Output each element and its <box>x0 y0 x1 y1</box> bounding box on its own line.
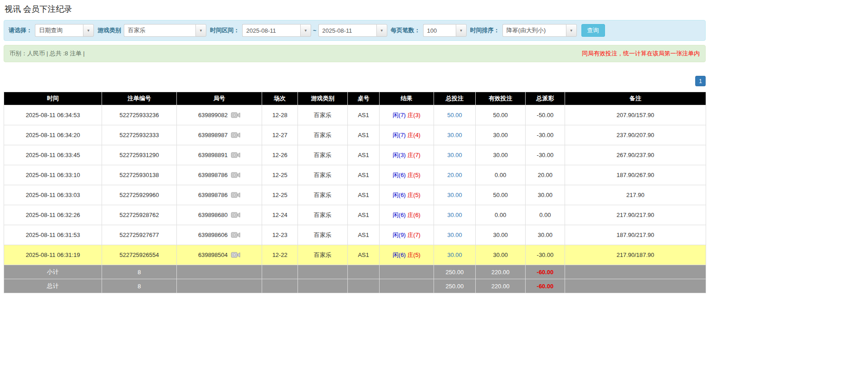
video-replay-icon[interactable] <box>231 211 240 219</box>
remark-cell: 187.90/267.90 <box>565 165 706 185</box>
video-replay-icon[interactable] <box>231 171 240 179</box>
payout-cell: -50.00 <box>526 105 565 125</box>
page-size-dropdown-button[interactable]: ▼ <box>456 24 467 37</box>
subtotal-total-bet: 250.00 <box>434 265 476 279</box>
payout-cell: -30.00 <box>526 245 565 265</box>
total-bet-link[interactable]: 50.00 <box>447 112 462 118</box>
bet-id-cell: 522725930138 <box>102 165 177 185</box>
total-payout: -60.00 <box>526 279 565 293</box>
remark-cell: 217.90/217.90 <box>565 205 706 225</box>
table-row: 2025-08-11 06:31:53 522725927677 6398986… <box>4 225 706 245</box>
col-header-remark: 备注 <box>565 92 706 105</box>
time-sort-combobox: ▼ <box>502 24 577 37</box>
round-id-text: 639899082 <box>198 112 228 118</box>
total-bet-link[interactable]: 30.00 <box>447 132 462 138</box>
remark-cell: 207.90/157.90 <box>565 105 706 125</box>
table-row: 2025-08-11 06:34:20 522725932333 6398989… <box>4 125 706 145</box>
result-cell: 闲(6) 庄(5) <box>380 165 434 185</box>
valid-bet-cell: 30.00 <box>476 245 526 265</box>
round-id-text: 639898504 <box>198 252 228 258</box>
video-replay-icon[interactable] <box>231 131 240 139</box>
chevron-down-icon: ▼ <box>304 29 307 33</box>
time-range-label: 时间区间： <box>210 26 239 35</box>
payout-cell: -30.00 <box>526 125 565 145</box>
date-from-input[interactable] <box>242 24 300 37</box>
pagination: 1 <box>4 76 706 86</box>
total-bet-link[interactable]: 30.00 <box>447 212 462 218</box>
result-banker: 庄(6) <box>407 212 420 218</box>
table-no-cell: AS1 <box>348 205 380 225</box>
session-cell: 12-23 <box>262 225 298 245</box>
bet-id-cell: 522725927677 <box>102 225 177 245</box>
time-cell: 2025-08-11 06:34:53 <box>4 105 102 125</box>
select-type-combobox: ▼ <box>35 24 94 37</box>
result-banker: 庄(3) <box>407 112 420 118</box>
video-replay-icon[interactable] <box>231 231 240 239</box>
summary-bar: 币别：人民币 | 总共 :8 注单 | 同局有效投注，统一计算在该局第一张注单内 <box>4 45 706 62</box>
video-replay-icon[interactable] <box>231 151 240 159</box>
total-count: 8 <box>102 279 177 293</box>
round-id-cell: 639898987 <box>177 125 262 145</box>
table-header: 时间 注单编号 局号 场次 游戏类别 桌号 结果 总投注 有效投注 总派彩 备注 <box>4 92 706 105</box>
col-header-valid-bet: 有效投注 <box>476 92 526 105</box>
date-to-input[interactable] <box>318 24 376 37</box>
table-no-cell: AS1 <box>348 245 380 265</box>
subtotal-row: 小计 8 250.00 220.00 -60.00 <box>4 265 706 279</box>
date-from-dropdown-button[interactable]: ▼ <box>300 24 311 37</box>
session-cell: 12-24 <box>262 205 298 225</box>
result-player: 闲(7) <box>393 132 406 138</box>
total-bet-link[interactable]: 30.00 <box>447 232 462 238</box>
round-id-text: 639898786 <box>198 172 228 178</box>
col-header-session: 场次 <box>262 92 298 105</box>
col-header-round-id: 局号 <box>177 92 262 105</box>
remark-cell: 217.90/187.90 <box>565 245 706 265</box>
game-type-cell: 百家乐 <box>298 185 348 205</box>
date-to-dropdown-button[interactable]: ▼ <box>376 24 387 37</box>
game-type-cell: 百家乐 <box>298 225 348 245</box>
session-cell: 12-28 <box>262 105 298 125</box>
select-type-dropdown-button[interactable]: ▼ <box>83 24 94 37</box>
valid-bet-cell: 30.00 <box>476 125 526 145</box>
session-cell: 12-25 <box>262 165 298 185</box>
result-banker: 庄(7) <box>407 152 420 158</box>
total-bet-link[interactable]: 30.00 <box>447 152 462 158</box>
result-player: 闲(7) <box>393 112 406 118</box>
table-row: 2025-08-11 06:31:19 522725926554 6398985… <box>4 245 706 265</box>
game-type-cell: 百家乐 <box>298 165 348 185</box>
round-id-cell: 639898680 <box>177 205 262 225</box>
game-type-cell: 百家乐 <box>298 245 348 265</box>
time-cell: 2025-08-11 06:33:10 <box>4 165 102 185</box>
round-id-text: 639898987 <box>198 132 228 138</box>
round-id-text: 639898606 <box>198 232 228 238</box>
subtotal-payout: -60.00 <box>526 265 565 279</box>
result-banker: 庄(4) <box>407 132 420 138</box>
time-sort-input[interactable] <box>502 24 566 37</box>
total-bet-link[interactable]: 30.00 <box>447 252 462 258</box>
select-type-input[interactable] <box>35 24 83 37</box>
result-banker: 庄(5) <box>407 192 420 198</box>
col-header-payout: 总派彩 <box>526 92 565 105</box>
video-replay-icon[interactable] <box>231 191 240 199</box>
search-button[interactable]: 查询 <box>581 24 605 37</box>
remark-cell: 217.90 <box>565 185 706 205</box>
select-type-label: 请选择： <box>9 26 32 35</box>
round-id-cell: 639898786 <box>177 165 262 185</box>
page-size-input[interactable] <box>423 24 456 37</box>
table-no-cell: AS1 <box>348 105 380 125</box>
payout-cell: -30.00 <box>526 145 565 165</box>
total-bet-link[interactable]: 20.00 <box>447 172 462 178</box>
bet-id-cell: 522725933236 <box>102 105 177 125</box>
result-cell: 闲(3) 庄(7) <box>380 145 434 165</box>
total-bet-link[interactable]: 30.00 <box>447 192 462 198</box>
page-number-button[interactable]: 1 <box>695 76 706 86</box>
round-id-cell: 639898606 <box>177 225 262 245</box>
game-type-input[interactable] <box>124 24 195 37</box>
result-player: 闲(9) <box>393 232 406 238</box>
video-replay-icon[interactable] <box>231 111 240 119</box>
table-body: 2025-08-11 06:34:53 522725933236 6398990… <box>4 105 706 265</box>
game-type-dropdown-button[interactable]: ▼ <box>195 24 206 37</box>
round-id-text: 639898680 <box>198 212 228 218</box>
video-replay-icon[interactable] <box>231 251 240 259</box>
time-sort-dropdown-button[interactable]: ▼ <box>566 24 577 37</box>
bet-id-cell: 522725928762 <box>102 205 177 225</box>
